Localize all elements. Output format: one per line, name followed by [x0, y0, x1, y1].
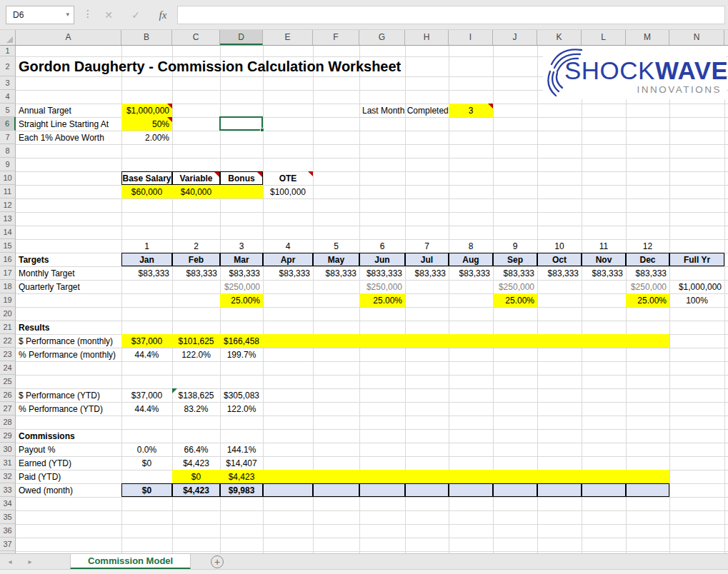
- cell-C10[interactable]: Variable: [172, 171, 220, 185]
- cell-H33[interactable]: [405, 483, 449, 497]
- cell-C27[interactable]: 83.2%: [172, 402, 220, 416]
- cell-A16[interactable]: Targets: [16, 253, 121, 266]
- cell-C23[interactable]: 122.0%: [172, 348, 220, 361]
- row-header-35[interactable]: 35: [0, 510, 16, 524]
- column-header-J[interactable]: J: [493, 30, 537, 45]
- cell-D22[interactable]: $166,458: [220, 334, 263, 348]
- cell-N19[interactable]: 100%: [669, 293, 724, 307]
- cell-G19[interactable]: 25.00%: [359, 293, 405, 307]
- column-header-H[interactable]: H: [405, 30, 449, 45]
- row-header-22[interactable]: 22: [0, 334, 16, 348]
- cell-J17[interactable]: $83,333: [493, 266, 537, 280]
- cell-I15[interactable]: 8: [449, 239, 493, 253]
- cell-C31[interactable]: $4,423: [172, 456, 220, 470]
- cell-F15[interactable]: 5: [313, 239, 359, 253]
- caret-down-icon[interactable]: ▾: [66, 11, 69, 18]
- row-header-13[interactable]: 13: [0, 212, 16, 226]
- cancel-icon[interactable]: ✕: [98, 6, 119, 24]
- cell-D17[interactable]: $83,333: [220, 266, 263, 280]
- column-header-I[interactable]: I: [449, 30, 493, 45]
- cell-A27[interactable]: % Performance (YTD): [16, 402, 121, 416]
- row-header-23[interactable]: 23: [0, 348, 16, 361]
- row-header-2[interactable]: 2: [0, 56, 16, 76]
- row-header-8[interactable]: 8: [0, 144, 16, 158]
- row-header-37[interactable]: 37: [0, 538, 16, 551]
- prev-sheet-icon[interactable]: ◂: [0, 558, 20, 565]
- cell-M15[interactable]: 12: [626, 239, 669, 253]
- cell-J19[interactable]: 25.00%: [493, 293, 537, 307]
- row-header-14[interactable]: 14: [0, 226, 16, 239]
- cell-L15[interactable]: 11: [582, 239, 626, 253]
- cell-B31[interactable]: $0: [121, 456, 172, 470]
- cell-C11[interactable]: $40,000: [172, 185, 220, 198]
- cell-L33[interactable]: [582, 483, 626, 497]
- cell-L16[interactable]: Nov: [582, 253, 626, 266]
- row-header-25[interactable]: 25: [0, 375, 16, 388]
- cell-C30[interactable]: 66.4%: [172, 443, 220, 456]
- row-header-26[interactable]: 26: [0, 388, 16, 402]
- cell-G17[interactable]: $833,333: [359, 266, 405, 280]
- cell-B23[interactable]: 44.4%: [121, 348, 172, 361]
- column-header-D[interactable]: D: [220, 30, 263, 45]
- cell-J33[interactable]: [493, 483, 537, 497]
- cell-J16[interactable]: Sep: [493, 253, 537, 266]
- cell-A29[interactable]: Commissions: [16, 429, 121, 443]
- fill-handle[interactable]: [260, 128, 264, 132]
- check-icon[interactable]: ✓: [125, 6, 146, 24]
- cell-J15[interactable]: 9: [493, 239, 537, 253]
- cell-D26[interactable]: $305,083: [220, 388, 263, 402]
- cell-B33[interactable]: $0: [121, 483, 172, 497]
- row-header-4[interactable]: 4: [0, 90, 16, 104]
- column-header-C[interactable]: C: [172, 30, 220, 45]
- cell-I16[interactable]: Aug: [449, 253, 493, 266]
- row-header-29[interactable]: 29: [0, 429, 16, 443]
- column-header-B[interactable]: B: [121, 30, 172, 45]
- cell-I5[interactable]: 3: [449, 104, 493, 117]
- row-header-6[interactable]: 6: [0, 117, 16, 131]
- cell-H17[interactable]: $83,333: [405, 266, 449, 280]
- cell-A2[interactable]: Gordon Daugherty - Commission Calculatio…: [16, 56, 449, 76]
- row-header-5[interactable]: 5: [0, 104, 16, 117]
- cell-B27[interactable]: 44.4%: [121, 402, 172, 416]
- cell-D10[interactable]: Bonus: [220, 171, 263, 185]
- cell-A26[interactable]: $ Performance (YTD): [16, 388, 121, 402]
- cell-A32[interactable]: Paid (YTD): [16, 470, 121, 483]
- cell-E17[interactable]: $83,333: [263, 266, 313, 280]
- cell-B22[interactable]: $37,000: [121, 334, 172, 348]
- cell-C26[interactable]: $138,625: [172, 388, 220, 402]
- cell-G18[interactable]: $250,000: [359, 280, 405, 293]
- cell-I33[interactable]: [449, 483, 493, 497]
- cell-H16[interactable]: Jul: [405, 253, 449, 266]
- cell-E11[interactable]: $100,000: [263, 185, 313, 198]
- cell-E22[interactable]: [263, 334, 669, 348]
- next-sheet-icon[interactable]: ▸: [20, 558, 40, 565]
- row-header-17[interactable]: 17: [0, 266, 16, 280]
- cell-D11[interactable]: [220, 185, 263, 198]
- cell-A33[interactable]: Owed (month): [16, 483, 121, 497]
- row-header-19[interactable]: 19: [0, 293, 16, 307]
- cell-B5[interactable]: $1,000,000: [121, 104, 172, 117]
- row-header-30[interactable]: 30: [0, 443, 16, 456]
- row-header-28[interactable]: 28: [0, 416, 16, 429]
- row-header-11[interactable]: 11: [0, 185, 16, 198]
- cell-B11[interactable]: $60,000: [121, 185, 172, 198]
- cell-E15[interactable]: 4: [263, 239, 313, 253]
- cell-G16[interactable]: Jun: [359, 253, 405, 266]
- cell-M18[interactable]: $250,000: [626, 280, 669, 293]
- cell-D23[interactable]: 199.7%: [220, 348, 263, 361]
- cell-D18[interactable]: $250,000: [220, 280, 263, 293]
- cell-C15[interactable]: 2: [172, 239, 220, 253]
- cell-E10[interactable]: OTE: [263, 171, 313, 185]
- cell-B7[interactable]: 2.00%: [121, 131, 172, 144]
- cell-I17[interactable]: $83,333: [449, 266, 493, 280]
- column-header-K[interactable]: K: [537, 30, 582, 45]
- cell-D31[interactable]: $14,407: [220, 456, 263, 470]
- column-header-N[interactable]: N: [669, 30, 724, 45]
- cell-M16[interactable]: Dec: [626, 253, 669, 266]
- cell-E32[interactable]: [263, 470, 669, 483]
- cell-E33[interactable]: [263, 483, 313, 497]
- cell-B15[interactable]: 1: [121, 239, 172, 253]
- cell-N18[interactable]: $1,000,000: [669, 280, 724, 293]
- cell-D15[interactable]: 3: [220, 239, 263, 253]
- cell-M17[interactable]: $83,333: [626, 266, 669, 280]
